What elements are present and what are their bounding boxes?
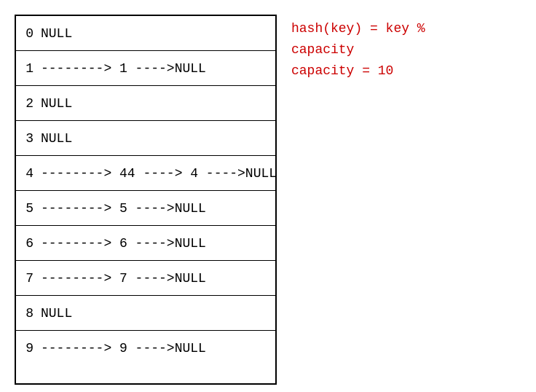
table-row: 2NULL [16,86,275,121]
row-index: 6 [16,236,38,251]
table-row: 3NULL [16,121,275,156]
main-container: 0NULL1--------> 1 ---->NULL2NULL3NULL4--… [0,0,536,392]
row-content: --------> 1 ---->NULL [38,61,275,76]
row-index: 0 [16,26,38,41]
info-section: hash(key) = key % capacity capacity = 10 [277,7,529,385]
row-content: --------> 7 ---->NULL [38,271,275,286]
table-row: 4--------> 44 ----> 4 ---->NULL [16,156,275,191]
row-index: 2 [16,96,38,111]
row-content: NULL [38,306,275,321]
table-row: 1--------> 1 ---->NULL [16,51,275,86]
row-content: NULL [38,96,275,111]
row-index: 8 [16,306,38,321]
table-row: 8NULL [16,296,275,331]
table-row: 0NULL [16,16,275,51]
hash-table: 0NULL1--------> 1 ---->NULL2NULL3NULL4--… [15,15,277,385]
row-content: --------> 6 ---->NULL [38,236,275,251]
table-row: 6--------> 6 ---->NULL [16,226,275,261]
row-content: NULL [38,26,275,41]
info-line1: hash(key) = key % [291,21,425,36]
row-content: --------> 5 ---->NULL [38,201,275,216]
table-row: 5--------> 5 ---->NULL [16,191,275,226]
row-content: --------> 44 ----> 4 ---->NULL [38,166,277,181]
row-content: NULL [38,131,275,146]
row-index: 1 [16,61,38,76]
row-index: 9 [16,341,38,356]
row-index: 7 [16,271,38,286]
table-row: 9--------> 9 ---->NULL [16,331,275,366]
info-line2: capacity [291,42,354,57]
info-text: hash(key) = key % capacity capacity = 10 [291,18,514,81]
table-row: 7--------> 7 ---->NULL [16,261,275,296]
row-index: 4 [16,166,38,181]
row-index: 3 [16,131,38,146]
info-line3: capacity = 10 [291,63,393,78]
row-content: --------> 9 ---->NULL [38,341,275,356]
row-index: 5 [16,201,38,216]
